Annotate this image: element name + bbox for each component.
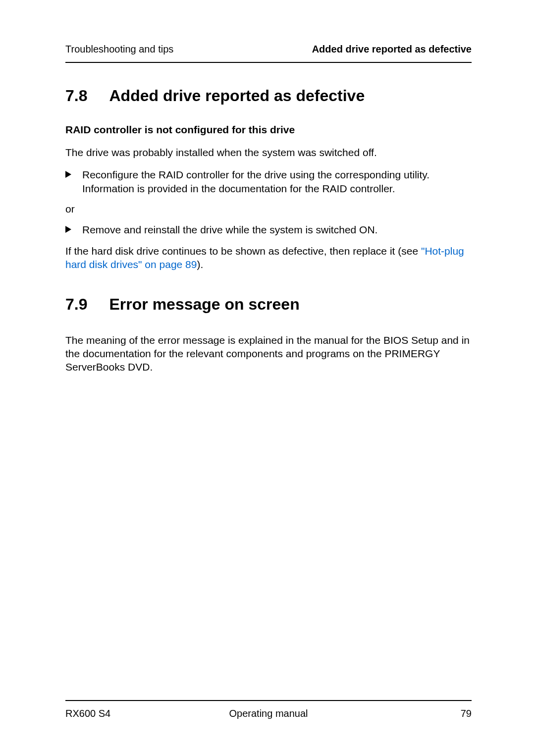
section-7-8: 7.8Added drive reported as defective RAI… bbox=[65, 87, 472, 271]
section-num: 7.8 bbox=[65, 87, 87, 105]
bullet-item-1: Reconfigure the RAID controller for the … bbox=[65, 168, 472, 195]
section-heading: 7.9Error message on screen bbox=[65, 295, 472, 314]
or-text: or bbox=[65, 203, 472, 215]
footer-center: Operating manual bbox=[65, 708, 472, 719]
bullet-text-1: Reconfigure the RAID controller for the … bbox=[82, 168, 472, 195]
triangle-bullet-icon bbox=[65, 223, 82, 236]
footer-right: 79 bbox=[461, 708, 472, 719]
section-num: 7.9 bbox=[65, 295, 87, 314]
footer-rule bbox=[65, 700, 472, 701]
svg-marker-0 bbox=[65, 171, 71, 178]
bullet-text-2: Remove and reinstall the drive while the… bbox=[82, 223, 472, 236]
svg-marker-1 bbox=[65, 226, 71, 233]
section-7-9: 7.9Error message on screen The meaning o… bbox=[65, 295, 472, 374]
closing-paragraph: If the hard disk drive continues to be s… bbox=[65, 244, 472, 271]
closing-post: ). bbox=[197, 259, 203, 270]
triangle-bullet-icon bbox=[65, 168, 82, 195]
header-left: Troubleshooting and tips bbox=[65, 44, 173, 55]
raid-subheading: RAID controller is not configured for th… bbox=[65, 124, 472, 136]
section-title: Error message on screen bbox=[109, 295, 299, 313]
header-right: Added drive reported as defective bbox=[312, 44, 472, 55]
section-title: Added drive reported as defective bbox=[109, 87, 365, 105]
section2-body: The meaning of the error message is expl… bbox=[65, 333, 472, 374]
footer-left: RX600 S4 bbox=[65, 708, 110, 719]
header-rule bbox=[65, 62, 472, 63]
page-header: Troubleshooting and tips Added drive rep… bbox=[65, 44, 472, 55]
section-heading: 7.8Added drive reported as defective bbox=[65, 87, 472, 105]
closing-pre: If the hard disk drive continues to be s… bbox=[65, 245, 421, 257]
intro-text: The drive was probably installed when th… bbox=[65, 146, 472, 159]
page-footer: Operating manual RX600 S4 79 bbox=[65, 700, 472, 719]
bullet-item-2: Remove and reinstall the drive while the… bbox=[65, 223, 472, 236]
